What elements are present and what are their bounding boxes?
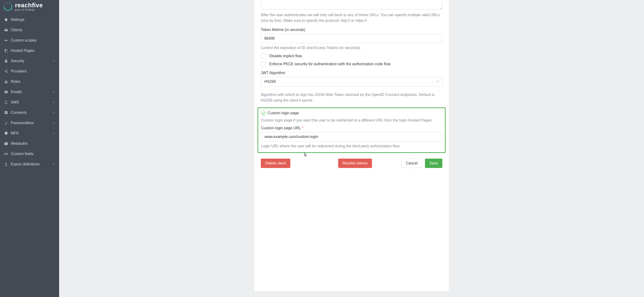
sidebar-item-label: Hosted Pages xyxy=(11,48,34,53)
sidebar-nav: SettingsClientsCustom scopesHosted Pages… xyxy=(0,14,59,170)
gear-icon xyxy=(4,18,11,22)
svg-rect-3 xyxy=(4,29,8,30)
envelope-icon xyxy=(4,90,11,94)
revoke-tokens-button[interactable]: Revoke tokens xyxy=(338,158,372,168)
sidebar-item-roles[interactable]: Roles xyxy=(0,76,59,87)
disable-implicit-flow-label: Disable implicit flow xyxy=(269,54,302,58)
sidebar-item-mfa[interactable]: MFA xyxy=(0,128,59,138)
brand-name: reachfive xyxy=(15,2,43,8)
sidebar-item-passwordless[interactable]: Passwordless xyxy=(0,118,59,128)
token-lifetime-input[interactable] xyxy=(261,34,442,43)
save-button[interactable]: Save xyxy=(425,158,442,168)
sidebar-item-label: MFA xyxy=(11,131,18,135)
enforce-pkce-label: Enforce PKCE security for authentication… xyxy=(269,62,391,66)
wand-icon xyxy=(4,121,11,125)
client-settings-panel: After the user authenticates we will onl… xyxy=(254,0,449,291)
svg-point-11 xyxy=(6,70,8,71)
enforce-pkce-checkbox[interactable] xyxy=(261,62,266,67)
svg-rect-19 xyxy=(5,123,7,125)
code-icon xyxy=(4,152,11,156)
brand-tagline: part of PURSE xyxy=(15,9,43,11)
pages-icon xyxy=(4,49,11,52)
sidebar-item-sms[interactable]: SMS xyxy=(0,97,59,108)
svg-rect-23 xyxy=(4,142,8,143)
sidebar-item-label: Security xyxy=(11,59,24,63)
chevron-right-icon xyxy=(52,110,55,115)
sidebar-item-label: Emails xyxy=(11,90,22,94)
custom-login-url-label: Custom login page URL* xyxy=(261,126,442,130)
sidebar-item-providers[interactable]: Providers xyxy=(0,66,59,76)
sidebar-item-label: SMS xyxy=(11,100,19,104)
export-icon xyxy=(4,162,11,166)
sidebar-item-label: Custom fields xyxy=(11,152,34,156)
custom-login-url-input[interactable] xyxy=(261,132,442,142)
chevron-right-icon xyxy=(52,131,55,135)
lock-icon xyxy=(4,59,11,63)
custom-login-page-label: Custom login page xyxy=(268,111,299,115)
sidebar-item-label: Export definitions xyxy=(11,162,40,166)
svg-rect-2 xyxy=(4,29,8,31)
jwt-algorithm-label: JWT Algorithm xyxy=(261,71,442,75)
brand-mark-icon xyxy=(3,2,13,11)
chevron-right-icon xyxy=(52,59,55,63)
svg-point-12 xyxy=(6,72,8,73)
check-square-icon xyxy=(4,111,11,114)
disable-implicit-flow-checkbox[interactable] xyxy=(261,54,266,59)
sidebar-item-export-definitions[interactable]: Export definitions xyxy=(0,159,59,170)
required-asterisk: * xyxy=(302,126,303,130)
sidebar-item-webauthn[interactable]: Webauthn xyxy=(0,138,59,149)
key-icon xyxy=(4,38,11,42)
sidebar-item-emails[interactable]: Emails xyxy=(0,87,59,97)
sidebar-item-label: Webauthn xyxy=(11,142,28,146)
svg-rect-8 xyxy=(6,50,8,52)
svg-point-14 xyxy=(6,81,7,82)
delete-client-button[interactable]: Delete client xyxy=(261,158,290,168)
chevron-right-icon xyxy=(52,121,55,125)
sidebar-item-security[interactable]: Security xyxy=(0,56,59,66)
chevron-right-icon xyxy=(52,90,55,94)
cancel-button[interactable]: Cancel xyxy=(402,158,422,168)
token-lifetime-label: Token lifetime (in seconds) xyxy=(261,28,442,32)
sidebar-item-label: Providers xyxy=(11,69,27,74)
chevron-right-icon xyxy=(52,162,55,166)
custom-login-url-hint: Login URL where the user will be redirec… xyxy=(261,143,442,149)
token-lifetime-hint: Control the expiration of ID and Access … xyxy=(261,45,442,51)
form-actions: Delete client Revoke tokens Cancel Save xyxy=(261,158,442,168)
browser-icon xyxy=(4,142,11,146)
sidebar-item-label: Roles xyxy=(11,80,20,84)
svg-point-20 xyxy=(7,122,7,122)
sidebar-item-label: Passwordless xyxy=(11,121,34,125)
custom-login-page-checkbox[interactable] xyxy=(261,110,266,116)
sidebar-item-hosted-pages[interactable]: Hosted Pages xyxy=(0,46,59,56)
svg-point-21 xyxy=(5,122,6,122)
svg-rect-15 xyxy=(4,91,8,93)
svg-rect-9 xyxy=(5,61,7,62)
brand-logo: reachfive part of PURSE xyxy=(0,0,59,14)
sidebar-item-label: Settings xyxy=(11,18,24,22)
svg-rect-6 xyxy=(7,40,8,41)
shield-icon xyxy=(4,131,11,135)
users-icon xyxy=(4,80,11,84)
share-icon xyxy=(4,70,11,73)
allowed-callback-urls-hint: After the user authenticates we will onl… xyxy=(261,12,442,24)
custom-login-page-section: Custom login page Custom login page if y… xyxy=(258,108,446,153)
phone-icon xyxy=(4,100,11,104)
chevron-right-icon xyxy=(52,100,55,104)
sidebar: reachfive part of PURSE SettingsClientsC… xyxy=(0,0,59,297)
main-content: After the user authenticates we will onl… xyxy=(59,0,644,297)
sidebar-item-custom-fields[interactable]: Custom fields xyxy=(0,149,59,159)
sidebar-item-label: Consents xyxy=(11,110,27,115)
sidebar-item-label: Clients xyxy=(11,28,22,32)
svg-rect-17 xyxy=(6,101,7,104)
svg-point-10 xyxy=(5,71,6,72)
sidebar-item-settings[interactable]: Settings xyxy=(0,14,59,25)
sidebar-item-clients[interactable]: Clients xyxy=(0,25,59,35)
jwt-algorithm-select[interactable] xyxy=(261,77,442,86)
allowed-callback-urls-input[interactable] xyxy=(261,0,442,10)
sidebar-item-label: Custom scopes xyxy=(11,38,36,42)
custom-login-page-hint: Custom login page if you want the user t… xyxy=(261,118,442,123)
sidebar-item-custom-scopes[interactable]: Custom scopes xyxy=(0,35,59,46)
sidebar-item-consents[interactable]: Consents xyxy=(0,108,59,118)
svg-point-13 xyxy=(5,81,6,82)
card-icon xyxy=(4,28,11,32)
